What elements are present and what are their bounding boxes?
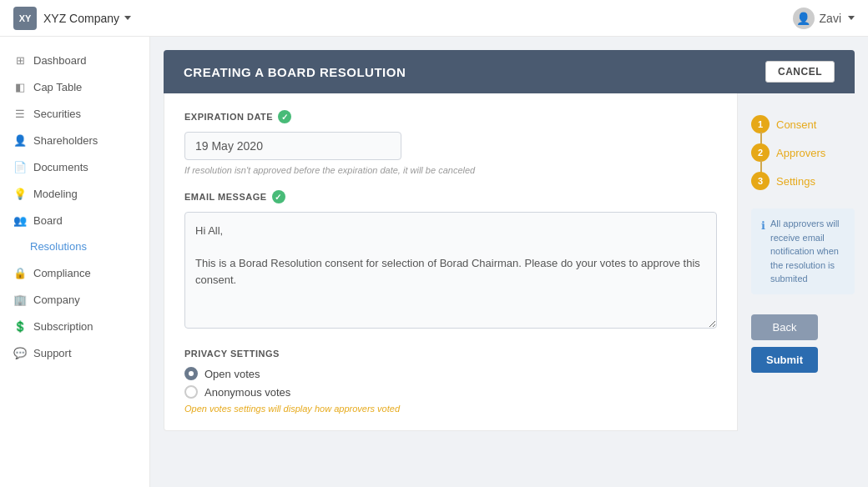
email-message-section: EMAIL MESSAGE ✓	[184, 190, 717, 203]
user-avatar-icon: 👤	[793, 8, 815, 29]
sidebar-item-compliance[interactable]: 🔒 Compliance	[0, 259, 149, 286]
modeling-icon: 💡	[13, 187, 27, 200]
sidebar-item-dashboard[interactable]: ⊞ Dashboard	[0, 47, 149, 73]
steps-list: 1 Consent 2 Approvers 3 Settings	[751, 110, 855, 195]
sidebar-item-cap-table[interactable]: ◧ Cap Table	[0, 73, 149, 100]
sidebar-item-company[interactable]: 🏢 Company	[0, 286, 149, 313]
company-dropdown-icon	[124, 16, 131, 20]
privacy-settings-section: PRIVACY SETTINGS Open votes Anonymous vo…	[184, 349, 717, 414]
sidebar-item-label: Support	[33, 347, 72, 359]
company-section[interactable]: XY XYZ Company	[13, 7, 131, 30]
sidebar-item-subscription[interactable]: 💲 Subscription	[0, 313, 149, 339]
form-wrapper: EXPIRATION DATE ✓ 19 May 2020 If resolut…	[164, 93, 855, 431]
info-icon: ℹ	[761, 218, 765, 286]
sidebar-item-modeling[interactable]: 💡 Modeling	[0, 180, 149, 207]
sidebar: ⊞ Dashboard ◧ Cap Table ☰ Securities 👤 S…	[0, 37, 150, 487]
support-icon: 💬	[13, 346, 27, 359]
step-1: 1 Consent	[751, 110, 855, 138]
cap-table-icon: ◧	[13, 80, 27, 93]
main-content: CREATING A BOARD RESOLUTION CANCEL EXPIR…	[150, 37, 868, 487]
sidebar-item-resolutions[interactable]: Resolutions	[0, 233, 149, 259]
page-title: CREATING A BOARD RESOLUTION	[184, 65, 406, 79]
company-avatar: XY	[13, 7, 37, 30]
sidebar-item-shareholders[interactable]: 👤 Shareholders	[0, 127, 149, 153]
privacy-label: PRIVACY SETTINGS	[184, 349, 717, 359]
expiration-hint: If resolution isn't approved before the …	[184, 165, 717, 175]
sidebar-item-label: Cap Table	[33, 81, 82, 93]
securities-icon: ☰	[13, 107, 27, 120]
open-votes-radio[interactable]	[184, 367, 198, 380]
email-message-textarea[interactable]: Hi All, This is a Borad Resolution conse…	[184, 212, 717, 329]
anonymous-votes-radio[interactable]	[184, 385, 198, 399]
sidebar-item-label: Documents	[33, 161, 88, 173]
sidebar-item-board[interactable]: 👥 Board	[0, 207, 149, 233]
expiration-date-input[interactable]: 19 May 2020	[184, 132, 401, 160]
user-menu[interactable]: 👤 Zavi	[793, 8, 855, 29]
open-votes-option[interactable]: Open votes	[184, 367, 717, 380]
shareholders-icon: 👤	[13, 133, 27, 147]
sidebar-item-label: Dashboard	[33, 54, 87, 67]
sidebar-item-label: Modeling	[33, 188, 78, 200]
form-panel: EXPIRATION DATE ✓ 19 May 2020 If resolut…	[164, 93, 738, 431]
sidebar-item-label: Shareholders	[33, 134, 98, 147]
privacy-hint: Open votes settings will display how app…	[184, 404, 717, 414]
sidebar-item-securities[interactable]: ☰ Securities	[0, 100, 149, 127]
info-box: ℹ All approvers will receive email notif…	[751, 208, 855, 294]
sidebar-item-label: Resolutions	[30, 240, 87, 253]
expiration-date-section: EXPIRATION DATE ✓	[184, 110, 717, 123]
sidebar-item-label: Board	[33, 214, 63, 227]
submit-button[interactable]: Submit	[751, 347, 818, 373]
anonymous-votes-option[interactable]: Anonymous votes	[184, 385, 717, 399]
right-panel: 1 Consent 2 Approvers 3 Settings ℹ Al	[738, 93, 855, 431]
sidebar-item-label: Subscription	[33, 320, 93, 333]
company-icon: 🏢	[13, 293, 27, 306]
compliance-icon: 🔒	[13, 266, 27, 279]
layout: ⊞ Dashboard ◧ Cap Table ☰ Securities 👤 S…	[0, 37, 868, 487]
dashboard-icon: ⊞	[13, 53, 27, 67]
sidebar-item-support[interactable]: 💬 Support	[0, 339, 149, 366]
step-2: 2 Approvers	[751, 138, 855, 167]
expiration-check-icon: ✓	[278, 110, 291, 123]
step-3: 3 Settings	[751, 167, 855, 195]
subscription-icon: 💲	[13, 319, 27, 333]
user-name: Zavi	[820, 12, 841, 25]
sidebar-item-documents[interactable]: 📄 Documents	[0, 153, 149, 180]
cancel-button[interactable]: CANCEL	[765, 61, 835, 83]
back-button[interactable]: Back	[751, 314, 818, 340]
page-header: CREATING A BOARD RESOLUTION CANCEL	[164, 50, 855, 93]
board-icon: 👥	[13, 213, 27, 227]
top-nav: XY XYZ Company 👤 Zavi	[0, 0, 868, 37]
user-dropdown-icon	[848, 16, 855, 20]
sidebar-item-label: Company	[33, 294, 80, 306]
email-check-icon: ✓	[272, 190, 285, 203]
sidebar-item-label: Securities	[33, 108, 81, 120]
sidebar-item-label: Compliance	[33, 267, 91, 279]
documents-icon: 📄	[13, 160, 27, 173]
action-buttons: Back Submit	[751, 314, 855, 373]
company-name[interactable]: XYZ Company	[43, 12, 131, 25]
